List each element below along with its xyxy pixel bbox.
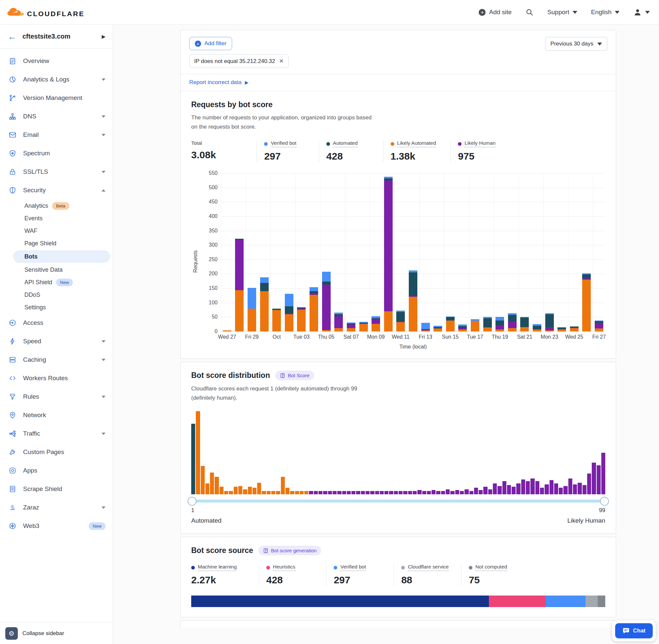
sidebar-item-access[interactable]: Access xyxy=(0,314,113,332)
account-menu[interactable] xyxy=(633,8,650,17)
sidebar-item-security[interactable]: Security xyxy=(0,181,113,200)
sidebar-subitem-api-shield[interactable]: API ShieldNew xyxy=(0,276,113,289)
collapse-sidebar-button[interactable]: ⚙ Collapse sidebar xyxy=(0,622,113,644)
stat-label[interactable]: Likely Automated xyxy=(397,140,436,147)
sidebar-subitem-bots[interactable]: Bots xyxy=(13,250,110,263)
remove-filter-icon[interactable]: ✕ xyxy=(279,58,283,65)
bar-fri-20[interactable] xyxy=(506,173,519,331)
bar-sun-15[interactable] xyxy=(444,173,456,331)
back-arrow-icon[interactable]: ← xyxy=(8,32,17,41)
bar-sat-07[interactable] xyxy=(345,173,357,331)
sidebar-item-scrape-shield[interactable]: Scrape Shield xyxy=(0,480,113,498)
search-icon[interactable] xyxy=(525,8,534,16)
chevron-down-icon[interactable] xyxy=(101,115,105,118)
bar-mon-02[interactable] xyxy=(283,173,296,331)
slider-handle-min[interactable] xyxy=(188,497,196,506)
sidebar-item-workers-routes[interactable]: Workers Routes xyxy=(0,369,113,388)
score-histogram[interactable] xyxy=(191,411,605,494)
bar-thu-26[interactable] xyxy=(581,173,593,331)
bar-fri-06[interactable] xyxy=(332,173,345,331)
bar-sat-14[interactable] xyxy=(431,173,444,331)
sidebar-item-version-management[interactable]: Version Management xyxy=(0,89,113,107)
sidebar-subitem-waf[interactable]: WAF xyxy=(0,225,113,237)
sidebar-item-custom-pages[interactable]: Custom Pages xyxy=(0,443,113,461)
chevron-down-icon[interactable] xyxy=(101,78,105,81)
chevron-down-icon[interactable] xyxy=(101,433,105,435)
sidebar-subitem-events[interactable]: Events xyxy=(0,212,113,225)
sidebar-item-analytics-logs[interactable]: Analytics & Logs xyxy=(0,70,113,89)
bar-thu-12[interactable] xyxy=(407,173,419,331)
sidebar-subitem-ddos[interactable]: DDoS xyxy=(0,289,113,301)
bar-wed-18[interactable] xyxy=(481,173,494,331)
sidebar-item-zaraz[interactable]: Zaraz xyxy=(0,498,113,517)
add-filter-button[interactable]: + Add filter xyxy=(189,37,232,50)
chevron-right-icon[interactable]: ▶ xyxy=(101,33,105,40)
chevron-down-icon[interactable] xyxy=(101,396,105,398)
bar-wed-27[interactable] xyxy=(221,173,233,331)
chevron-down-icon[interactable] xyxy=(101,506,105,509)
bar-tue-03[interactable] xyxy=(296,173,308,331)
bar-mon-09[interactable] xyxy=(370,173,382,331)
stat-label[interactable]: Cloudflare service xyxy=(408,564,449,571)
bar-tue-17[interactable] xyxy=(469,173,481,331)
bar-fri-13[interactable] xyxy=(419,173,432,331)
chevron-down-icon[interactable] xyxy=(101,171,105,173)
sidebar-item-apps[interactable]: Apps xyxy=(0,461,113,480)
cloudflare-logo[interactable]: CLOUDFLARE xyxy=(6,6,85,19)
stat-label[interactable]: Machine learning xyxy=(198,564,237,571)
slider-handle-max[interactable] xyxy=(600,497,609,506)
sidebar-item-traffic[interactable]: Traffic xyxy=(0,424,113,443)
bar-tue-24[interactable] xyxy=(556,173,568,331)
filter-chip[interactable]: IP does not equal 35.212.240.32 ✕ xyxy=(189,54,289,68)
sidebar-item-caching[interactable]: Caching xyxy=(0,350,113,369)
chevron-down-icon[interactable] xyxy=(101,340,105,343)
language-menu[interactable]: English xyxy=(591,8,619,16)
chevron-down-icon[interactable] xyxy=(101,134,105,136)
sidebar-subitem-sensitive-data[interactable]: Sensitive Data xyxy=(0,263,113,276)
bar-thu-28[interactable] xyxy=(233,173,246,331)
score-range-slider[interactable] xyxy=(192,500,605,503)
sidebar-subitem-analytics[interactable]: AnalyticsBeta xyxy=(0,200,113,212)
bot-score-generation-badge[interactable]: Bot score generation xyxy=(258,546,321,555)
support-menu[interactable]: Support xyxy=(547,8,577,16)
bar-oct[interactable] xyxy=(270,173,283,331)
bar-wed-11[interactable] xyxy=(395,173,407,331)
bar-sun-22[interactable] xyxy=(531,173,543,331)
sidebar-item-speed[interactable]: Speed xyxy=(0,332,113,350)
sidebar-item-email[interactable]: Email xyxy=(0,125,113,144)
bar-sat-30[interactable] xyxy=(258,173,270,331)
sidebar-subitem-settings[interactable]: Settings xyxy=(0,301,113,314)
bar-mon-23[interactable] xyxy=(543,173,556,331)
add-site-button[interactable]: + Add site xyxy=(479,8,512,16)
date-range-dropdown[interactable]: Previous 30 days xyxy=(545,37,607,51)
requests-plot-area[interactable]: 050100150200250300350400450500550 xyxy=(200,173,605,331)
sidebar-subitem-page-shield[interactable]: Page Shield xyxy=(0,237,113,250)
sidebar-item-rules[interactable]: Rules xyxy=(0,388,113,406)
bar-tue-10[interactable] xyxy=(382,173,395,331)
sidebar-item-web3[interactable]: Web3New xyxy=(0,517,113,535)
bar-sat-21[interactable] xyxy=(519,173,531,331)
sidebar-item-network[interactable]: Network xyxy=(0,406,113,424)
bar-sun-08[interactable] xyxy=(357,173,370,331)
bar-wed-25[interactable] xyxy=(568,173,581,331)
bar-thu-19[interactable] xyxy=(494,173,506,331)
stat-label[interactable]: Not computed xyxy=(475,564,508,571)
sidebar-item-spectrum[interactable]: Spectrum xyxy=(0,144,113,163)
sidebar-item-dns[interactable]: DNS xyxy=(0,107,113,125)
chevron-down-icon[interactable] xyxy=(101,359,105,361)
sidebar-item-overview[interactable]: Overview xyxy=(0,52,113,70)
bar-fri-27[interactable] xyxy=(593,173,605,331)
stat-label[interactable]: Verified bot xyxy=(270,140,297,147)
stat-label[interactable]: Heuristics xyxy=(273,564,296,571)
stat-label[interactable]: Verified bot xyxy=(340,564,366,571)
stat-label[interactable]: Likely Human xyxy=(465,140,495,147)
chevron-up-icon[interactable] xyxy=(101,189,105,191)
bar-thu-05[interactable] xyxy=(320,173,333,331)
gear-icon[interactable]: ⚙ xyxy=(5,627,18,640)
bar-fri-29[interactable] xyxy=(245,173,258,331)
bar-wed-04[interactable] xyxy=(308,173,320,331)
report-incorrect-data-link[interactable]: Report incorrect data ▶ xyxy=(189,79,249,86)
site-selector[interactable]: ← cftestsite3.com ▶ xyxy=(0,25,113,48)
stat-label[interactable]: Automated xyxy=(333,140,358,147)
sidebar-item-ssl-tls[interactable]: SSL/TLS xyxy=(0,163,113,181)
